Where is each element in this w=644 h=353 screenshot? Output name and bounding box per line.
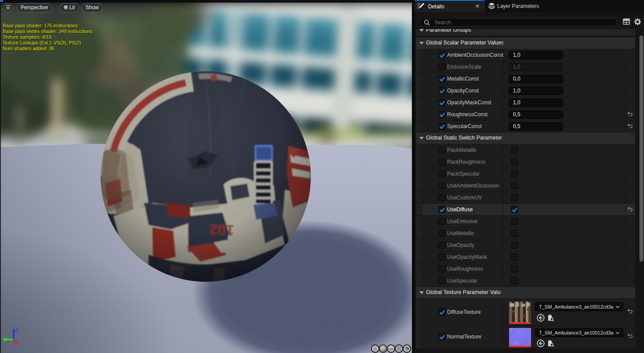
svg-text:X: X (15, 339, 19, 346)
svg-text:Y: Y (4, 336, 7, 343)
svg-text:Z: Z (15, 327, 18, 333)
